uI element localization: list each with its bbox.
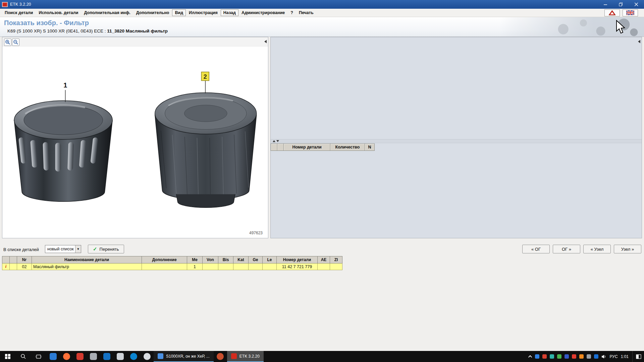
menu-additional-info[interactable]: Дополнительная инф. — [81, 9, 133, 16]
column-ae[interactable]: AE — [318, 256, 330, 263]
column-ge[interactable]: Ge — [249, 256, 263, 263]
illustration-panel: 1 — [2, 37, 268, 238]
search-button[interactable] — [15, 351, 31, 362]
flag-icon — [626, 10, 634, 15]
column-info[interactable] — [2, 256, 10, 263]
splitter-down-icon[interactable] — [276, 140, 279, 142]
parts-table-row[interactable]: i 02 Масляный фильтр 1 11 42 7 721 779 — [2, 263, 342, 270]
column-zi[interactable]: ZI — [330, 256, 342, 263]
apply-button[interactable]: ✓ Перенять — [88, 245, 124, 253]
page-header: Показать изобр. - Фильтр K69 (S 1000 XR)… — [0, 17, 644, 37]
row-select-cell[interactable] — [10, 263, 17, 270]
navigation-buttons: « ОГ ОГ » « Узел Узел » — [522, 245, 641, 253]
row-ae — [318, 263, 330, 270]
oil-filter-drawing — [155, 93, 257, 207]
column-nr[interactable]: Nr — [17, 256, 32, 263]
zoom-in-button[interactable] — [4, 39, 11, 46]
menu-view[interactable]: Вид — [172, 9, 186, 16]
taskbar-app-browser[interactable] — [140, 351, 154, 362]
warning-triangle-icon — [608, 10, 616, 16]
menu-back[interactable]: Назад — [221, 9, 238, 16]
taskbar-app-red[interactable] — [73, 351, 87, 362]
collapse-panel-icon[interactable] — [264, 40, 267, 43]
splitter-up-icon[interactable] — [273, 140, 275, 142]
clock[interactable]: 1:01 — [621, 354, 629, 359]
row-name: Масляный фильтр — [32, 263, 142, 270]
task-view-button[interactable] — [31, 351, 46, 362]
mouse-cursor — [615, 20, 627, 35]
column-von[interactable]: Von — [203, 256, 218, 263]
taskbar-task-etk[interactable]: ETK 3.2.20 — [227, 351, 264, 362]
collapse-panel-icon[interactable] — [638, 40, 640, 43]
tray-icon[interactable] — [550, 354, 554, 359]
language-indicator[interactable]: РУС — [610, 354, 618, 359]
prev-group-button[interactable]: « ОГ — [522, 245, 550, 253]
dropdown-arrow-icon[interactable]: ▼ — [75, 245, 81, 253]
horizontal-splitter[interactable] — [271, 139, 642, 143]
part-label-2[interactable]: 2 — [201, 72, 209, 94]
tray-icon[interactable] — [535, 354, 539, 359]
menu-help[interactable]: ? — [288, 9, 296, 16]
tray-icon[interactable] — [565, 354, 569, 359]
volume-icon[interactable] — [601, 354, 607, 359]
taskbar-task-s1000xr[interactable]: S1000XR, он же ХеР, ... — [154, 351, 214, 362]
tray-expand-icon[interactable] — [528, 355, 532, 359]
menu-part-usage[interactable]: Использов. детали — [36, 9, 81, 16]
taskbar-app-firefox[interactable] — [60, 351, 73, 362]
taskbar-app-light[interactable] — [113, 351, 127, 362]
next-group-button[interactable]: ОГ » — [553, 245, 580, 253]
taskbar-app-edge[interactable] — [127, 351, 140, 362]
column-addition[interactable]: Дополнение — [142, 256, 187, 263]
part-label-1[interactable]: 1 — [63, 81, 67, 102]
column-select[interactable] — [10, 256, 17, 263]
check-icon: ✓ — [93, 246, 97, 252]
breadcrumb-context: K69 (S 1000 XR) S 1000 XR (0E41, 0E43) E… — [7, 28, 107, 34]
task-label: ETK 3.2.20 — [239, 354, 260, 359]
maximize-button[interactable] — [613, 0, 629, 9]
taskbar-app-media[interactable] — [46, 351, 60, 362]
selection-column-quantity[interactable]: Количество — [330, 143, 365, 151]
menu-additional[interactable]: Дополнительно — [133, 9, 172, 16]
selection-column-n[interactable]: N — [365, 143, 375, 151]
apply-button-label: Перенять — [100, 247, 119, 252]
menu-search-part[interactable]: Поиск детали — [2, 9, 36, 16]
column-name[interactable]: Наименование детали — [32, 256, 142, 263]
taskbar-app-extra[interactable] — [214, 351, 227, 362]
tray-icon[interactable] — [572, 354, 576, 359]
menu-print[interactable]: Печать — [296, 9, 316, 16]
tray-icon[interactable] — [579, 354, 584, 359]
tray-icon[interactable] — [557, 354, 561, 359]
action-center-button[interactable] — [632, 351, 641, 362]
column-le[interactable]: Le — [263, 256, 277, 263]
close-button[interactable] — [629, 0, 644, 9]
drawing-number: 497623 — [249, 231, 263, 235]
language-flag-button[interactable] — [623, 9, 638, 16]
start-button[interactable] — [0, 351, 15, 362]
list-select-value: новый список — [47, 247, 74, 251]
tray-icon[interactable] — [542, 354, 547, 359]
column-bis[interactable]: Bis — [218, 256, 233, 263]
warning-logo-button[interactable] — [604, 9, 620, 16]
column-kat[interactable]: Kat — [233, 256, 249, 263]
tray-icon[interactable] — [594, 354, 598, 359]
next-unit-button[interactable]: Узел » — [614, 245, 641, 253]
close-icon — [635, 3, 638, 6]
minimize-button[interactable] — [598, 0, 613, 9]
taskbar: S1000XR, он же ХеР, ... ETK 3.2.20 РУС 1… — [0, 351, 644, 362]
prev-unit-button[interactable]: « Узел — [583, 245, 611, 253]
task-label: S1000XR, он же ХеР, ... — [166, 354, 210, 359]
column-part-number[interactable]: Номер детали — [277, 256, 318, 263]
zoom-out-button[interactable] — [12, 39, 19, 46]
row-info-icon[interactable]: i — [2, 263, 10, 270]
parts-table: Nr Наименование детали Дополнение Me Von… — [2, 256, 342, 270]
selection-column-part-number[interactable]: Номер детали — [283, 143, 330, 151]
menu-illustration[interactable]: Иллюстрация — [186, 9, 220, 16]
row-ge — [249, 263, 263, 270]
column-me[interactable]: Me — [187, 256, 203, 263]
taskbar-app-mail[interactable] — [100, 351, 113, 362]
tray-icon[interactable] — [587, 354, 591, 359]
menu-administration[interactable]: Администрирование — [239, 9, 287, 16]
svg-text:2: 2 — [204, 73, 207, 80]
taskbar-app-gray[interactable] — [87, 351, 100, 362]
list-select-dropdown[interactable]: новый список ▼ — [45, 245, 81, 253]
